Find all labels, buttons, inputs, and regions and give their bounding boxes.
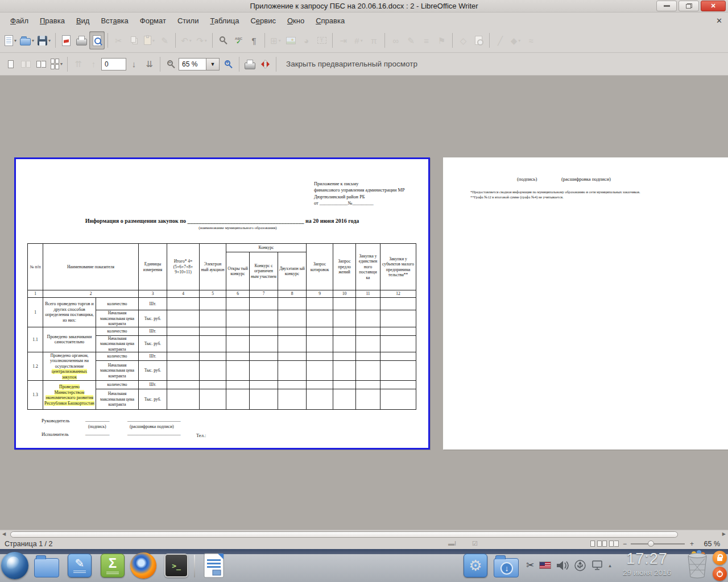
- dropdown-arrow-icon[interactable]: ▾: [48, 38, 51, 43]
- taskbar-item-file-manager[interactable]: [33, 552, 60, 579]
- open-button[interactable]: ▾: [18, 31, 36, 49]
- table-data-cell: [250, 298, 278, 310]
- lock-screen-button[interactable]: [713, 551, 727, 565]
- zoom-dropdown-button[interactable]: ▼: [206, 58, 220, 70]
- taskbar-item-text-editor[interactable]: ✎: [66, 552, 93, 579]
- dropdown-arrow-icon[interactable]: ▾: [32, 38, 34, 43]
- tray-usb-icon[interactable]: [574, 560, 586, 571]
- table-data-cell: [200, 335, 226, 352]
- last-page-button[interactable]: ⇊: [142, 55, 157, 73]
- statusbar-page-indicator[interactable]: Страница 1 / 2: [5, 540, 52, 548]
- book-layout-icon[interactable]: [609, 541, 619, 547]
- zoom-slider-plus-icon[interactable]: +: [690, 540, 694, 548]
- menu-table[interactable]: Таблица: [204, 14, 245, 28]
- zoom-out-button[interactable]: −: [163, 55, 179, 73]
- find-replace-button[interactable]: [216, 31, 231, 49]
- table-data-cell: [167, 327, 200, 335]
- menu-styles[interactable]: Стили: [172, 14, 204, 28]
- horizontal-scrollbar[interactable]: ◀ ▶: [0, 530, 728, 539]
- zoom-slider-track[interactable]: [631, 543, 685, 544]
- new-document-button[interactable]: ▾: [3, 31, 18, 49]
- single-page-view-button[interactable]: [3, 55, 18, 73]
- zoom-level-select[interactable]: 65 %: [179, 58, 206, 70]
- print-preview-button[interactable]: [89, 31, 105, 49]
- terminal-icon: >_: [164, 554, 188, 577]
- formatting-marks-button[interactable]: ¶: [246, 31, 262, 49]
- print-preview-print-button[interactable]: [242, 55, 258, 73]
- close-button[interactable]: ✕: [701, 1, 726, 11]
- table-data-cell: [333, 361, 356, 381]
- menu-help[interactable]: Справка: [310, 14, 350, 28]
- multiple-pages-view-button[interactable]: ▾: [49, 55, 64, 73]
- insert-textbox-button: T: [314, 31, 329, 49]
- freeform-line-icon: ≈: [528, 36, 533, 45]
- downloads-folder-icon: ↓: [494, 558, 519, 577]
- print-button[interactable]: [74, 31, 89, 49]
- track-changes-icon[interactable]: ☑: [472, 540, 478, 547]
- fullscreen-preview-button[interactable]: [258, 55, 273, 73]
- shutdown-button[interactable]: [713, 567, 727, 581]
- clock-date: 29 июня 2016: [611, 568, 682, 577]
- selection-mode-icon[interactable]: ▬Ι: [448, 540, 456, 547]
- zoom-slider-minus-icon[interactable]: −: [623, 540, 627, 548]
- taskbar-item-control-center[interactable]: ⚙: [462, 552, 489, 579]
- taskbar-item-downloads[interactable]: ↓: [493, 552, 520, 579]
- tray-keyboard-layout-us-icon[interactable]: [540, 562, 551, 568]
- trash-icon[interactable]: [684, 551, 711, 578]
- restore-button[interactable]: [679, 1, 699, 11]
- table-data-cell: [226, 389, 250, 410]
- table-data-cell: [356, 327, 380, 335]
- tray-volume-icon[interactable]: [556, 560, 569, 571]
- book-view-button[interactable]: [34, 55, 49, 73]
- table-data-cell: [380, 389, 416, 410]
- export-pdf-button[interactable]: [59, 31, 74, 49]
- tray-clipboard-icon[interactable]: ✂: [526, 559, 534, 571]
- taskbar-item-firefox[interactable]: [130, 552, 157, 579]
- table-data-cell: [380, 310, 416, 327]
- zoom-slider-handle[interactable]: [648, 541, 654, 547]
- close-preview-button[interactable]: Закрыть предварительный просмотр: [283, 57, 421, 70]
- zoom-in-button[interactable]: +: [221, 55, 236, 73]
- menu-format[interactable]: Формат: [134, 14, 172, 28]
- multi-page-layout-icon[interactable]: [597, 541, 607, 547]
- table-data-cell: [250, 361, 278, 381]
- scrollbar-thumb[interactable]: [10, 531, 678, 538]
- taskbar-item-writer[interactable]: [200, 552, 228, 579]
- table-data-cell: [167, 352, 200, 361]
- spelling-button[interactable]: ABC✓: [231, 31, 246, 49]
- menu-edit[interactable]: Правка: [34, 14, 71, 28]
- page-number-input[interactable]: [101, 58, 126, 70]
- insert-bookmark-button: ⚑: [434, 31, 449, 49]
- close-document-icon[interactable]: ✕: [716, 16, 722, 25]
- table-header: Запрос котировок: [307, 244, 333, 290]
- menu-file[interactable]: Файл: [5, 14, 34, 28]
- clone-formatting-icon: ✎: [161, 36, 168, 45]
- start-menu-button[interactable]: [1, 552, 28, 579]
- dropdown-arrow-icon[interactable]: ▾: [60, 61, 63, 66]
- menu-insert[interactable]: Вставка: [95, 14, 134, 28]
- tray-display-icon[interactable]: [592, 560, 603, 570]
- table-data-cell: [307, 298, 333, 310]
- table-data-cell: [250, 352, 278, 361]
- scroll-left-icon[interactable]: ◀: [2, 531, 6, 537]
- next-page-button[interactable]: ↓: [126, 55, 142, 73]
- scroll-right-icon[interactable]: ▶: [722, 531, 726, 537]
- row-name-cell: Всего проведено торгов и других способов…: [43, 298, 96, 327]
- taskbar-clock[interactable]: 17:27 29 июня 2016: [611, 550, 682, 577]
- dropdown-arrow-icon[interactable]: ▾: [14, 38, 16, 43]
- menu-tools[interactable]: Сервис: [245, 14, 282, 28]
- print-preview-toolbar: ▾ ⇈ ↑ ↓ ⇊ − 65 % ▼ + Закрыть предварител…: [0, 53, 728, 76]
- row-number-cell: 1: [28, 298, 43, 327]
- minimize-button[interactable]: [656, 1, 677, 11]
- table-header: Итого* 4=(5+6+7+8+ 9+10+11): [167, 244, 200, 290]
- menu-window[interactable]: Окно: [282, 14, 310, 28]
- single-page-layout-icon[interactable]: [590, 541, 595, 547]
- menu-view[interactable]: Вид: [71, 14, 96, 28]
- zoom-slider[interactable]: − +: [623, 540, 694, 548]
- taskbar-item-math[interactable]: Σ: [99, 552, 126, 579]
- taskbar-item-terminal[interactable]: >_: [163, 552, 190, 579]
- menubar-items: ФайлПравкаВидВставкаФорматСтилиТаблицаСе…: [5, 14, 350, 28]
- document-page-1: Приложение к письму финансового управлен…: [14, 157, 430, 450]
- save-button[interactable]: ▾: [36, 31, 52, 49]
- statusbar-zoom-value[interactable]: 65 %: [704, 540, 721, 548]
